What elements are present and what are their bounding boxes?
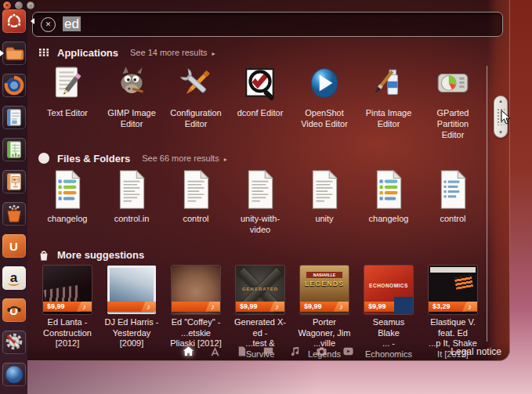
price-banner: ♪ — [107, 302, 156, 312]
launcher-item-dash-home[interactable] — [2, 9, 26, 33]
clear-search-icon[interactable]: ✕ — [41, 17, 56, 32]
file-result-changelog-2[interactable]: changelog — [356, 168, 421, 236]
launcher-item-firefox[interactable] — [2, 74, 26, 97]
album-cover: GENERATED $9,99 ♪ — [236, 266, 284, 314]
gparted-drive-icon — [421, 63, 485, 105]
file-result-control-2[interactable]: control — [421, 168, 485, 236]
headphones-icon — [5, 301, 23, 312]
legal-notice-link[interactable]: Legal notice — [451, 346, 501, 357]
album-cover: ECHONOMICS $9,99 ♪ — [364, 266, 413, 314]
file-result-unity[interactable]: unity — [292, 168, 356, 236]
applications-see-more[interactable]: See 14 more results▸ — [130, 48, 215, 57]
shopping-bag-lens-icon — [38, 249, 50, 262]
dash-results: Applications See 14 more results▸ — [27, 42, 487, 361]
app-result-gparted[interactable]: GParted Partition Editor — [421, 63, 485, 140]
price-banner: $9,99 ♪ — [43, 302, 92, 312]
scroll-down-icon[interactable]: ▼ — [498, 130, 503, 135]
album-cover: ♪ — [107, 266, 156, 314]
text-editor-icon — [35, 63, 100, 105]
file-result-label: control — [168, 214, 223, 225]
app-result-label: OpenShot Video Editor — [297, 108, 352, 130]
album-cover: $3,29 ♪ — [429, 266, 477, 314]
price-label: $9,99 — [43, 302, 81, 312]
app-result-gimp[interactable]: GIMP Image Editor — [100, 63, 164, 140]
file-result-unity-with-video[interactable]: unity-with-video — [228, 168, 292, 236]
launcher-item-libreoffice-calc[interactable] — [2, 138, 26, 161]
home-lens-button[interactable] — [183, 345, 194, 357]
cover-text: GENERATED — [236, 287, 284, 291]
launcher-item-libreoffice-impress[interactable] — [2, 170, 26, 193]
album-cover: NASHVILLE LEGENDS $9,99 ♪ — [300, 266, 349, 314]
album-cover: ♪ — [172, 266, 220, 314]
minimize-button[interactable] — [15, 2, 23, 9]
launcher-item-software-center[interactable] — [2, 202, 26, 226]
applications-lens-icon — [38, 46, 50, 59]
app-result-label: Text Editor — [40, 108, 95, 130]
app-result-configuration-editor[interactable]: Configuration Editor — [164, 63, 228, 140]
price-banner: $3,29 ♪ — [429, 302, 477, 312]
chevron-right-icon: ▸ — [212, 50, 215, 57]
social-lens-button[interactable] — [262, 345, 274, 357]
files-see-more[interactable]: See 66 more results▸ — [142, 154, 226, 163]
close-button[interactable]: ✕ — [3, 2, 11, 9]
app-result-openshot[interactable]: OpenShot Video Editor — [292, 63, 356, 140]
file-result-control-in[interactable]: control.in — [100, 168, 164, 236]
launcher-item-ubuntu-one-music[interactable]: U — [2, 298, 26, 322]
selected-text: ed — [63, 16, 81, 31]
file-result-label: unity-with-video — [233, 214, 288, 236]
file-result-label: unity — [297, 214, 352, 225]
music-lens-button[interactable] — [289, 345, 301, 357]
price-banner: $9,99 ♪ — [300, 302, 349, 312]
launcher-item-ubuntu-one[interactable]: U — [2, 234, 26, 258]
gimp-icon — [100, 63, 164, 105]
file-result-changelog[interactable]: changelog — [35, 168, 100, 236]
window-controls: ✕ ▢ — [3, 2, 34, 9]
text-file-icon — [228, 168, 292, 211]
price-label: $3,29 — [429, 302, 466, 312]
launcher-item-amazon[interactable]: a — [2, 266, 26, 290]
search-input[interactable]: ed — [63, 16, 81, 32]
files-section-header: Files & Folders See 66 more results▸ — [27, 148, 487, 168]
text-file-icon — [292, 168, 356, 211]
maximize-button[interactable]: ▢ — [27, 2, 34, 9]
mouse-cursor — [500, 110, 512, 128]
price-label: $9,99 — [300, 302, 338, 312]
price-banner: $9,99 ♪ — [236, 302, 284, 312]
changelog-file-icon — [35, 168, 100, 211]
dconf-icon — [228, 63, 292, 105]
photos-lens-button[interactable] — [316, 345, 328, 357]
launcher-item-blue-globe[interactable] — [2, 363, 26, 386]
pinta-icon — [356, 63, 421, 105]
videos-lens-button[interactable] — [342, 345, 354, 357]
unity-launcher: U a U — [0, 0, 27, 394]
applications-lens-button[interactable] — [209, 345, 221, 357]
shopping-bag-icon — [4, 204, 24, 224]
launcher-item-system-settings[interactable] — [2, 331, 26, 354]
search-bar[interactable]: ✕ ed — [32, 12, 503, 37]
suggestions-section-title: More suggestions — [57, 249, 144, 261]
ubuntu-one-icon: U — [9, 240, 18, 252]
file-result-label: control — [425, 214, 480, 225]
amazon-smile-icon — [8, 280, 20, 286]
cover-text: ECHONOMICS — [364, 283, 413, 288]
crossed-tools-icon — [164, 63, 228, 105]
music-note-icon: ♪ — [398, 302, 413, 312]
impress-icon — [5, 172, 24, 191]
file-result-control[interactable]: control — [164, 168, 228, 236]
suggestions-section-header: More suggestions — [27, 245, 487, 266]
price-label: $9,99 — [364, 302, 402, 312]
chevron-right-icon: ▸ — [224, 156, 227, 163]
app-result-label: GParted Partition Editor — [425, 108, 480, 140]
blue-globe-icon — [4, 364, 24, 385]
album-cover: $9,99 ♪ — [43, 266, 92, 314]
writer-icon — [5, 108, 24, 127]
cover-text: LEGENDS — [300, 280, 349, 287]
scroll-up-icon[interactable]: ▲ — [498, 99, 503, 103]
app-result-text-editor[interactable]: Text Editor — [35, 63, 100, 140]
file-result-label: changelog — [40, 214, 95, 225]
app-result-dconf-editor[interactable]: dconf Editor — [228, 63, 292, 140]
launcher-item-libreoffice-writer[interactable] — [2, 106, 26, 129]
files-lens-button[interactable] — [236, 345, 248, 357]
app-result-pinta[interactable]: Pinta Image Editor — [356, 63, 421, 140]
app-result-label: Pinta Image Editor — [361, 108, 416, 130]
